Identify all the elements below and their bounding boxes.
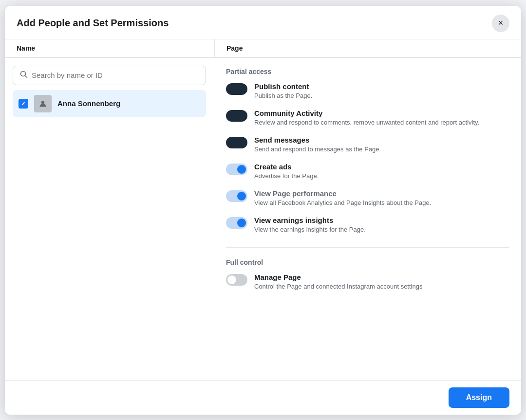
close-button[interactable]: ×	[492, 15, 509, 32]
toggle-community-activity[interactable]	[226, 109, 247, 124]
svg-line-1	[25, 75, 27, 77]
toggle-view-earnings-insights[interactable]	[226, 216, 247, 231]
permission-create-ads: Create ads Advertise for the Page.	[226, 163, 509, 181]
close-icon: ×	[498, 18, 504, 28]
perm-desc-community-activity: Review and respond to comments, remove u…	[254, 118, 479, 127]
toggle-view-page-performance[interactable]	[226, 189, 247, 204]
permission-view-page-performance: View Page performance View all Facebook …	[226, 189, 509, 207]
assign-button[interactable]: Assign	[449, 387, 509, 408]
full-control-label: Full control	[226, 258, 509, 266]
svg-point-3	[41, 101, 44, 104]
column-headers: Name Page	[5, 39, 521, 58]
perm-desc-publish-content: Publish as the Page.	[254, 91, 312, 100]
permission-publish-content: Publish content Publish as the Page.	[226, 82, 509, 100]
avatar	[34, 95, 52, 112]
permission-send-messages: Send messages Send and respond to messag…	[226, 136, 509, 154]
modal-title: Add People and Set Permissions	[17, 18, 169, 29]
perm-desc-view-earnings-insights: View the earnings insights for the Page.	[254, 225, 366, 234]
perm-title-create-ads: Create ads	[254, 163, 319, 171]
modal-body: ✓ Anna Sonnenberg Partial access	[5, 58, 521, 380]
perm-desc-send-messages: Send and respond to messages as the Page…	[254, 145, 381, 154]
person-name: Anna Sonnenberg	[57, 99, 120, 108]
name-column-header: Name	[5, 39, 214, 57]
permission-manage-page: Manage Page Control the Page and connect…	[226, 273, 509, 291]
perm-desc-manage-page: Control the Page and connected Instagram…	[254, 282, 422, 291]
perm-title-send-messages: Send messages	[254, 136, 381, 144]
perm-title-view-earnings-insights: View earnings insights	[254, 216, 366, 224]
permission-community-activity: Community Activity Review and respond to…	[226, 109, 509, 127]
perm-title-community-activity: Community Activity	[254, 109, 479, 117]
toggle-create-ads[interactable]	[226, 163, 247, 177]
search-box[interactable]	[13, 66, 206, 85]
toggle-send-messages[interactable]	[226, 136, 247, 150]
modal-footer: Assign	[5, 380, 521, 415]
perm-title-manage-page: Manage Page	[254, 273, 422, 281]
perm-desc-create-ads: Advertise for the Page.	[254, 172, 319, 181]
permission-view-earnings-insights: View earnings insights View the earnings…	[226, 216, 509, 234]
perm-title-view-page-performance: View Page performance	[254, 189, 431, 198]
toggle-manage-page[interactable]	[226, 273, 247, 288]
page-column-header: Page	[214, 39, 521, 57]
modal-header: Add People and Set Permissions ×	[5, 6, 521, 39]
partial-access-label: Partial access	[226, 68, 509, 75]
section-divider	[226, 247, 509, 248]
left-panel: ✓ Anna Sonnenberg	[5, 58, 214, 380]
toggle-publish-content[interactable]	[226, 82, 247, 97]
perm-desc-view-page-performance: View all Facebook Analytics and Page Ins…	[254, 199, 431, 207]
search-input[interactable]	[32, 71, 199, 79]
search-icon	[20, 71, 28, 80]
check-icon: ✓	[21, 100, 26, 107]
right-panel: Partial access Publish content Publish a…	[214, 58, 521, 380]
perm-title-publish-content: Publish content	[254, 82, 312, 91]
person-checkbox[interactable]: ✓	[19, 99, 28, 109]
add-people-modal: Add People and Set Permissions × Name Pa…	[5, 6, 521, 415]
person-row[interactable]: ✓ Anna Sonnenberg	[13, 90, 206, 117]
